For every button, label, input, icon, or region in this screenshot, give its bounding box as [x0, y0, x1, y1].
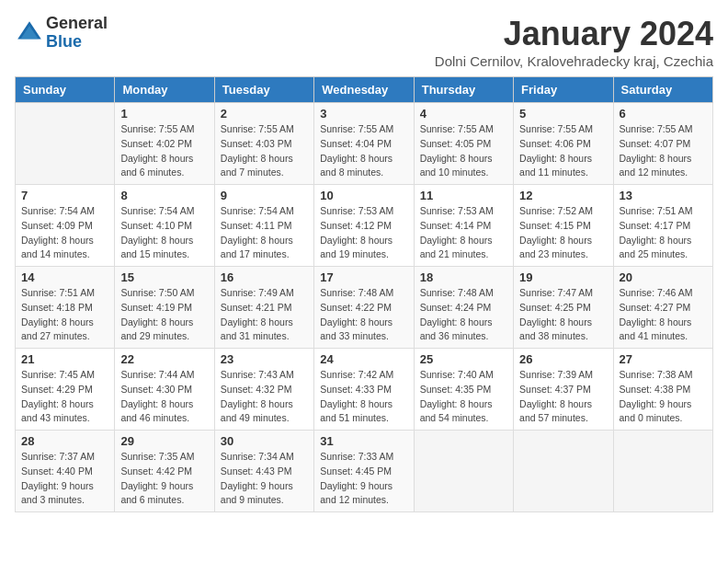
header-wednesday: Wednesday	[314, 77, 414, 103]
header-friday: Friday	[514, 77, 613, 103]
header-sunday: Sunday	[16, 77, 115, 103]
day-number: 11	[420, 189, 507, 202]
calendar-cell: 21Sunrise: 7:45 AMSunset: 4:29 PMDayligh…	[16, 349, 115, 431]
calendar-cell: 30Sunrise: 7:34 AMSunset: 4:43 PMDayligh…	[214, 431, 313, 512]
calendar-cell: 6Sunrise: 7:55 AMSunset: 4:07 PMDaylight…	[613, 103, 712, 185]
day-number: 16	[221, 270, 308, 284]
calendar-cell: 18Sunrise: 7:48 AMSunset: 4:24 PMDayligh…	[414, 267, 513, 349]
day-number: 27	[620, 352, 707, 366]
calendar-week-row: 14Sunrise: 7:51 AMSunset: 4:18 PMDayligh…	[16, 267, 713, 349]
logo-blue-text: Blue	[46, 33, 108, 52]
day-info: Sunrise: 7:34 AMSunset: 4:43 PMDaylight:…	[221, 450, 308, 508]
day-number: 8	[120, 189, 208, 202]
day-number: 26	[519, 352, 607, 366]
day-info: Sunrise: 7:44 AMSunset: 4:30 PMDaylight:…	[120, 368, 208, 426]
calendar-cell	[16, 103, 115, 185]
day-number: 22	[120, 352, 208, 366]
day-number: 31	[320, 434, 407, 448]
day-info: Sunrise: 7:43 AMSunset: 4:32 PMDaylight:…	[221, 368, 308, 426]
calendar-week-row: 21Sunrise: 7:45 AMSunset: 4:29 PMDayligh…	[16, 349, 713, 431]
calendar-cell: 4Sunrise: 7:55 AMSunset: 4:05 PMDaylight…	[414, 103, 513, 185]
day-info: Sunrise: 7:50 AMSunset: 4:19 PMDaylight:…	[120, 286, 208, 344]
location-text: Dolni Cernilov, Kralovehradecky kraj, Cz…	[435, 53, 713, 69]
day-number: 29	[120, 434, 208, 448]
day-info: Sunrise: 7:38 AMSunset: 4:38 PMDaylight:…	[620, 368, 707, 426]
calendar-cell: 17Sunrise: 7:48 AMSunset: 4:22 PMDayligh…	[314, 267, 414, 349]
day-info: Sunrise: 7:42 AMSunset: 4:33 PMDaylight:…	[320, 368, 407, 426]
calendar-cell	[514, 431, 613, 512]
day-number: 12	[519, 189, 607, 202]
day-number: 7	[21, 189, 108, 202]
day-info: Sunrise: 7:40 AMSunset: 4:35 PMDaylight:…	[420, 368, 507, 426]
day-info: Sunrise: 7:53 AMSunset: 4:14 PMDaylight:…	[420, 204, 507, 262]
calendar-week-row: 28Sunrise: 7:37 AMSunset: 4:40 PMDayligh…	[16, 431, 713, 512]
logo-text: General Blue	[46, 15, 108, 52]
calendar-cell: 8Sunrise: 7:54 AMSunset: 4:10 PMDaylight…	[115, 185, 214, 267]
calendar-cell: 2Sunrise: 7:55 AMSunset: 4:03 PMDaylight…	[214, 103, 313, 185]
calendar-cell: 15Sunrise: 7:50 AMSunset: 4:19 PMDayligh…	[115, 267, 214, 349]
calendar-cell: 9Sunrise: 7:54 AMSunset: 4:11 PMDaylight…	[214, 185, 313, 267]
logo-icon	[15, 18, 44, 48]
logo-general-text: General	[46, 15, 108, 33]
page-header: General Blue January 2024 Dolni Cernilov…	[15, 15, 713, 69]
calendar-cell: 19Sunrise: 7:47 AMSunset: 4:25 PMDayligh…	[514, 267, 613, 349]
day-info: Sunrise: 7:55 AMSunset: 4:02 PMDaylight:…	[120, 122, 208, 180]
day-info: Sunrise: 7:45 AMSunset: 4:29 PMDaylight:…	[21, 368, 108, 426]
calendar-cell: 23Sunrise: 7:43 AMSunset: 4:32 PMDayligh…	[214, 349, 313, 431]
day-info: Sunrise: 7:49 AMSunset: 4:21 PMDaylight:…	[221, 286, 308, 344]
calendar-header-row: SundayMondayTuesdayWednesdayThursdayFrid…	[16, 77, 713, 103]
day-number: 4	[420, 107, 507, 121]
day-number: 6	[620, 107, 707, 121]
calendar-table: SundayMondayTuesdayWednesdayThursdayFrid…	[15, 76, 713, 512]
day-info: Sunrise: 7:46 AMSunset: 4:27 PMDaylight:…	[620, 286, 707, 344]
calendar-cell	[613, 431, 712, 512]
day-info: Sunrise: 7:37 AMSunset: 4:40 PMDaylight:…	[21, 450, 108, 508]
day-number: 18	[420, 270, 507, 284]
calendar-cell: 31Sunrise: 7:33 AMSunset: 4:45 PMDayligh…	[314, 431, 414, 512]
day-info: Sunrise: 7:47 AMSunset: 4:25 PMDaylight:…	[519, 286, 607, 344]
day-number: 20	[620, 270, 707, 284]
title-section: January 2024 Dolni Cernilov, Kralovehrad…	[435, 15, 713, 69]
header-saturday: Saturday	[613, 77, 712, 103]
calendar-cell: 16Sunrise: 7:49 AMSunset: 4:21 PMDayligh…	[214, 267, 313, 349]
day-info: Sunrise: 7:55 AMSunset: 4:07 PMDaylight:…	[620, 122, 707, 180]
calendar-cell: 22Sunrise: 7:44 AMSunset: 4:30 PMDayligh…	[115, 349, 214, 431]
calendar-cell: 3Sunrise: 7:55 AMSunset: 4:04 PMDaylight…	[314, 103, 414, 185]
day-number: 10	[320, 189, 407, 202]
calendar-cell: 20Sunrise: 7:46 AMSunset: 4:27 PMDayligh…	[613, 267, 712, 349]
calendar-cell: 27Sunrise: 7:38 AMSunset: 4:38 PMDayligh…	[613, 349, 712, 431]
header-thursday: Thursday	[414, 77, 513, 103]
calendar-cell: 11Sunrise: 7:53 AMSunset: 4:14 PMDayligh…	[414, 185, 513, 267]
day-info: Sunrise: 7:55 AMSunset: 4:04 PMDaylight:…	[320, 122, 407, 180]
calendar-cell: 14Sunrise: 7:51 AMSunset: 4:18 PMDayligh…	[16, 267, 115, 349]
day-number: 17	[320, 270, 407, 284]
day-number: 15	[120, 270, 208, 284]
calendar-cell: 25Sunrise: 7:40 AMSunset: 4:35 PMDayligh…	[414, 349, 513, 431]
day-number: 25	[420, 352, 507, 366]
day-info: Sunrise: 7:51 AMSunset: 4:18 PMDaylight:…	[21, 286, 108, 344]
calendar-cell: 28Sunrise: 7:37 AMSunset: 4:40 PMDayligh…	[16, 431, 115, 512]
day-info: Sunrise: 7:51 AMSunset: 4:17 PMDaylight:…	[620, 204, 707, 262]
day-info: Sunrise: 7:55 AMSunset: 4:05 PMDaylight:…	[420, 122, 507, 180]
day-number: 21	[21, 352, 108, 366]
day-info: Sunrise: 7:52 AMSunset: 4:15 PMDaylight:…	[519, 204, 607, 262]
calendar-cell: 24Sunrise: 7:42 AMSunset: 4:33 PMDayligh…	[314, 349, 414, 431]
day-number: 1	[120, 107, 208, 121]
day-number: 24	[320, 352, 407, 366]
day-info: Sunrise: 7:55 AMSunset: 4:06 PMDaylight:…	[519, 122, 607, 180]
day-number: 28	[21, 434, 108, 448]
day-number: 3	[320, 107, 407, 121]
calendar-cell: 26Sunrise: 7:39 AMSunset: 4:37 PMDayligh…	[514, 349, 613, 431]
calendar-cell: 7Sunrise: 7:54 AMSunset: 4:09 PMDaylight…	[16, 185, 115, 267]
calendar-cell	[414, 431, 513, 512]
calendar-cell: 12Sunrise: 7:52 AMSunset: 4:15 PMDayligh…	[514, 185, 613, 267]
day-number: 9	[221, 189, 308, 202]
day-number: 2	[221, 107, 308, 121]
header-monday: Monday	[115, 77, 214, 103]
month-title: January 2024	[435, 15, 713, 53]
day-number: 13	[620, 189, 707, 202]
day-number: 5	[519, 107, 607, 121]
calendar-cell: 1Sunrise: 7:55 AMSunset: 4:02 PMDaylight…	[115, 103, 214, 185]
header-tuesday: Tuesday	[214, 77, 313, 103]
day-number: 23	[221, 352, 308, 366]
